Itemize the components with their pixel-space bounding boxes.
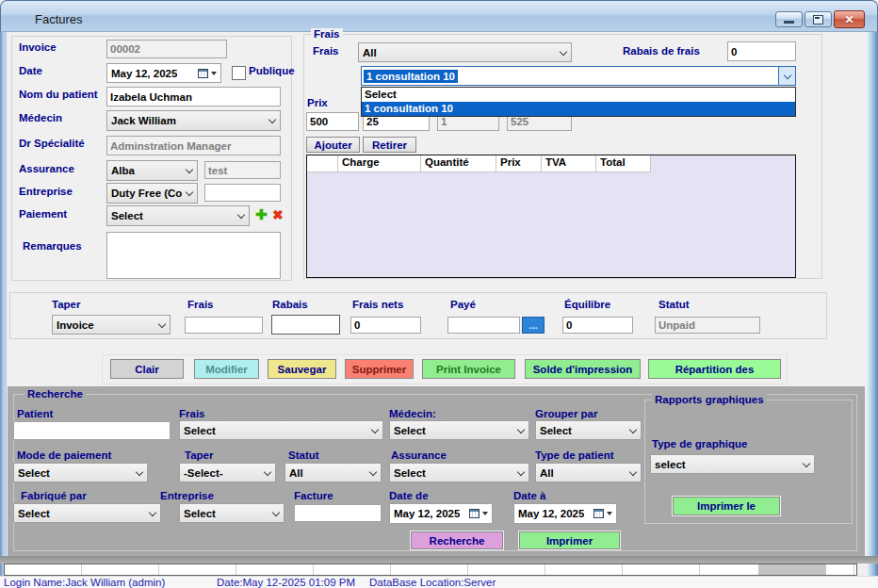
rabais-total-field[interactable] <box>271 315 340 335</box>
dropdown-arrow-icon <box>607 512 612 515</box>
grouper-par-label: Grouper par <box>535 408 597 419</box>
search-assurance-select[interactable]: Select <box>389 463 529 482</box>
frais-total-field[interactable] <box>185 317 263 334</box>
publique-checkbox[interactable] <box>232 66 246 80</box>
publique-label: Publique <box>249 65 295 76</box>
assurance-select[interactable]: Alba <box>106 160 198 181</box>
type-graphique-select[interactable]: select <box>650 454 815 474</box>
remarques-label: Remarques <box>23 240 82 252</box>
statut-field <box>655 317 760 334</box>
print-invoice-button[interactable]: Print Invoice <box>422 359 515 379</box>
search-entreprise-select[interactable]: Select <box>179 503 285 523</box>
dropdown-option-highlighted[interactable]: 1 consultation 10 <box>362 102 795 116</box>
repartition-button[interactable]: Répartition des <box>648 359 781 379</box>
search-patient-field[interactable] <box>13 421 171 440</box>
chevron-down-icon <box>560 49 567 57</box>
invoice-date-picker[interactable]: May 12, 2025 <box>106 63 221 83</box>
frais-nets-field[interactable] <box>350 317 421 334</box>
date-a-label: Date à <box>513 490 546 501</box>
ajouter-button[interactable]: Ajouter <box>306 137 360 153</box>
paye-field[interactable] <box>447 317 520 334</box>
chevron-down-icon <box>803 461 810 468</box>
clair-button[interactable]: Clair <box>110 359 184 379</box>
recherche-button[interactable]: Recherche <box>411 531 503 549</box>
titlebar[interactable]: Factures ✕ <box>0 0 878 32</box>
frais-filter-select[interactable]: All <box>358 42 572 62</box>
grouper-par-select[interactable]: Select <box>535 420 642 440</box>
panel-bottom-edge <box>0 556 878 564</box>
minimize-button[interactable] <box>775 11 803 27</box>
results-list-strip[interactable] <box>4 564 857 576</box>
search-medecin-label: Médecin: <box>389 408 436 419</box>
medecin-select[interactable]: Jack William <box>106 110 281 131</box>
paye-browse-button[interactable]: ... <box>522 317 545 334</box>
specialite-field <box>106 136 281 155</box>
patient-name-field[interactable] <box>106 87 281 106</box>
retirer-button[interactable]: Retirer <box>363 137 416 153</box>
frais-group-title: Frais <box>311 28 343 40</box>
chevron-down-icon <box>629 427 637 434</box>
date-de-picker[interactable]: May 12, 2025 <box>389 503 493 524</box>
close-icon: ✕ <box>844 14 854 25</box>
column-header: TVA <box>542 155 596 172</box>
taper-select[interactable]: Invoice <box>52 315 171 335</box>
fabrique-par-select[interactable]: Select <box>13 503 161 523</box>
paiement-select[interactable]: Select <box>106 205 250 226</box>
date-de-label: Date de <box>389 490 429 501</box>
sauvegar-button[interactable]: Sauvegar <box>268 359 336 379</box>
chevron-down-icon <box>268 117 276 124</box>
close-button[interactable]: ✕ <box>834 10 865 28</box>
maximize-button[interactable] <box>805 11 832 27</box>
rabais-frais-field[interactable] <box>727 41 796 61</box>
charges-table-header: Charge Quantité Prix TVA Total <box>307 155 795 172</box>
search-assurance-label: Assurance <box>391 449 447 461</box>
chevron-down-icon <box>369 469 377 477</box>
assurance-extra-field[interactable] <box>204 161 281 179</box>
charge-combo[interactable]: 1 consultation 10 <box>361 66 796 86</box>
equilibre-field[interactable] <box>562 317 633 334</box>
search-facture-field[interactable] <box>294 504 382 522</box>
specialite-label: Dr Spécialité <box>19 138 85 149</box>
prix-field[interactable] <box>306 112 359 131</box>
dropdown-option[interactable]: Select <box>362 88 795 102</box>
window-border-left <box>0 32 7 576</box>
search-frais-select[interactable]: Select <box>179 420 383 440</box>
column-header: Prix <box>496 155 542 172</box>
remarques-field[interactable] <box>106 232 281 279</box>
invoice-number-field[interactable] <box>106 40 227 58</box>
date-a-picker[interactable]: May 12, 2025 <box>513 503 617 524</box>
status-date: Date:May 12-2025 01:09 PM <box>217 577 355 588</box>
patient-name-label: Nom du patient <box>19 89 98 100</box>
fabrique-par-label: Fabriqué par <box>21 490 87 501</box>
status-login: Login Name:Jack William (admin) <box>4 577 165 588</box>
chevron-down-icon <box>237 212 245 220</box>
supprimer-button[interactable]: Supprimer <box>345 359 414 379</box>
calendar-icon <box>198 69 208 78</box>
imprimer-button[interactable]: Imprimer <box>519 531 620 549</box>
entreprise-extra-field[interactable] <box>204 184 281 202</box>
delete-payment-icon[interactable]: ✖ <box>272 208 284 221</box>
imprimer-le-button[interactable]: Imprimer le <box>673 497 780 515</box>
dropdown-arrow-icon <box>211 72 217 75</box>
chevron-down-icon <box>186 167 193 174</box>
factures-window: Factures ✕ Invoice Date May 12, 2025 Pub… <box>0 0 878 588</box>
modifier-button[interactable]: Modifier <box>194 359 259 379</box>
entreprise-select[interactable]: Duty Free (Co <box>106 183 198 204</box>
solde-impression-button[interactable]: Solde d'impression <box>525 359 641 379</box>
search-medecin-select[interactable]: Select <box>389 420 529 440</box>
chevron-down-icon <box>272 510 280 517</box>
charge-combo-dropdown: Select 1 consultation 10 <box>361 87 796 117</box>
add-payment-icon[interactable]: ✚ <box>255 207 268 221</box>
search-taper-select[interactable]: -Select- <box>179 463 276 482</box>
chevron-down-icon <box>158 321 166 329</box>
mode-paiement-select[interactable]: Select <box>13 463 148 482</box>
charges-table[interactable]: Charge Quantité Prix TVA Total <box>306 155 796 278</box>
statut-label: Statut <box>658 299 690 310</box>
search-statut-label: Statut <box>288 449 319 461</box>
charge-combo-button[interactable] <box>778 67 795 85</box>
invoice-label: Invoice <box>19 41 57 53</box>
entreprise-label: Entreprise <box>19 186 73 197</box>
paiement-label: Paiement <box>19 208 67 220</box>
type-patient-select[interactable]: All <box>535 463 642 482</box>
search-statut-select[interactable]: All <box>285 463 382 482</box>
